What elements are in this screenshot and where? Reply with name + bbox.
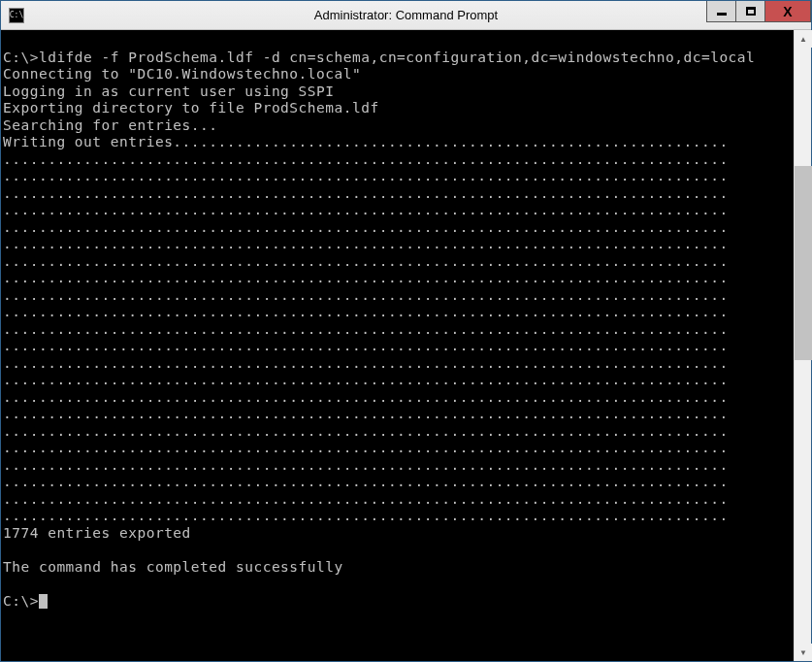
terminal-output[interactable]: C:\>ldifde -f ProdSchema.ldf -d cn=schem… (1, 30, 794, 661)
cmd-icon: C:\ (9, 8, 24, 23)
progress-dots-row: ........................................… (3, 185, 729, 201)
progress-dots-row: ........................................… (3, 355, 729, 371)
output-line: Connecting to "DC10.Windowstechno.local" (3, 66, 361, 82)
progress-dots-row: ........................................… (3, 219, 729, 235)
prompt: C:\> (3, 50, 39, 65)
progress-dots-row: ........................................… (3, 406, 729, 421)
output-line: Searching for entries... (3, 117, 218, 133)
progress-dots-row: ........................................… (3, 202, 729, 217)
close-button[interactable]: X (764, 1, 811, 22)
progress-dots-row: ........................................… (3, 321, 729, 337)
titlebar[interactable]: C:\ Administrator: Command Prompt X (1, 1, 811, 30)
minimize-button[interactable] (706, 1, 735, 22)
scroll-down-button[interactable]: ▼ (795, 644, 812, 661)
output-line: The command has completed successfully (3, 559, 343, 575)
prompt: C:\> (3, 593, 39, 609)
scroll-up-button[interactable]: ▲ (795, 30, 812, 48)
progress-dots-row: ........................................… (3, 270, 729, 285)
maximize-button[interactable] (735, 1, 764, 22)
progress-dots-row: ........................................… (3, 304, 729, 319)
progress-dots-row: ........................................… (3, 151, 729, 167)
output-line: Logging in as current user using SSPI (3, 83, 335, 99)
progress-dots-row: ........................................… (3, 287, 729, 303)
scroll-thumb[interactable] (795, 166, 812, 360)
progress-dots-row: ........................................… (3, 168, 729, 183)
maximize-icon (746, 7, 756, 16)
vertical-scrollbar[interactable]: ▲ ▼ (794, 30, 811, 661)
cmd-window: C:\ Administrator: Command Prompt X C:\>… (0, 0, 812, 662)
output-line: Exporting directory to file ProdSchema.l… (3, 100, 379, 116)
progress-dots-row: ........................................… (3, 423, 729, 439)
cursor (39, 594, 48, 609)
window-controls: X (706, 1, 811, 22)
progress-dots-row: ........................................… (3, 440, 729, 455)
close-icon: X (783, 4, 792, 19)
progress-dots-row: ........................................… (3, 508, 729, 523)
progress-dots-row: ........................................… (3, 474, 729, 489)
progress-dots-row: ........................................… (3, 457, 729, 473)
progress-dots-row: ........................................… (3, 253, 729, 269)
progress-dots-row: ........................................… (3, 236, 729, 251)
content-area: C:\>ldifde -f ProdSchema.ldf -d cn=schem… (1, 30, 811, 661)
progress-dots-row: ........................................… (3, 389, 729, 405)
output-line: 1774 entries exported (3, 525, 191, 541)
window-title: Administrator: Command Prompt (1, 8, 811, 22)
progress-dots-row: ........................................… (3, 491, 729, 507)
minimize-icon (717, 12, 727, 16)
command-text: ldifde -f ProdSchema.ldf -d cn=schema,cn… (39, 50, 755, 65)
progress-dots-row: ........................................… (3, 338, 729, 353)
output-line: Writing out entries.....................… (3, 134, 729, 149)
progress-dots-row: ........................................… (3, 372, 729, 387)
